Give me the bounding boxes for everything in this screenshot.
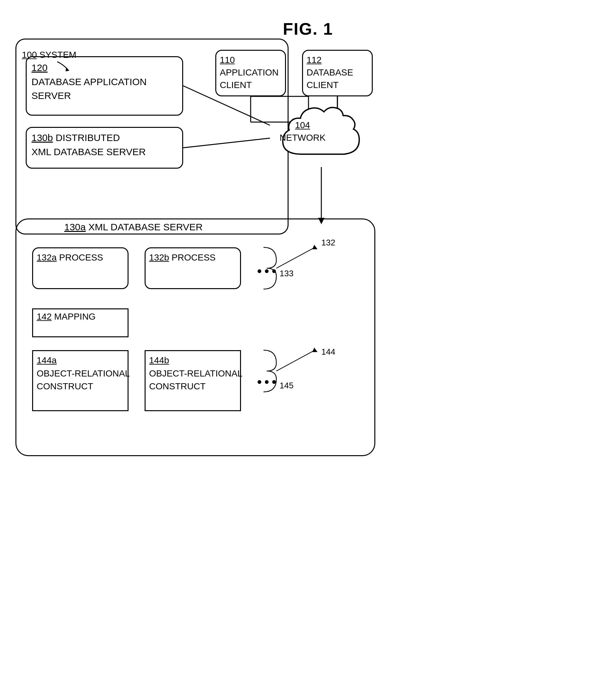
process-b-text: PROCESS — [172, 252, 215, 262]
orc-a-label: 144a OBJECT-RELATIONAL CONSTRUCT — [32, 350, 134, 397]
orc-a-ref: 144a — [37, 355, 56, 365]
mapping-text: MAPPING — [54, 312, 96, 321]
network-label: 104 NETWORK — [279, 119, 326, 144]
process-b-label: 132b PROCESS — [145, 247, 220, 267]
brace-144-ref: 144 — [321, 347, 335, 357]
ac-label: 110 APPLICATION CLIENT — [215, 50, 283, 95]
das-text2: SERVER — [31, 89, 146, 103]
mapping-ref: 142 — [37, 312, 52, 321]
process-a-ref: 132a — [37, 252, 56, 262]
xml-server-text: XML DATABASE SERVER — [88, 222, 203, 232]
process-a-label: 132a PROCESS — [32, 247, 108, 267]
ac-text2: CLIENT — [220, 79, 279, 91]
page-container: FIG. 1 — [0, 0, 616, 699]
ac-text: APPLICATION — [220, 66, 279, 79]
ellipsis-133: ••• — [257, 263, 279, 279]
process-a-text: PROCESS — [59, 252, 103, 262]
network-ref: 104 — [295, 120, 310, 130]
dc-text2: CLIENT — [306, 79, 353, 91]
orc-b-ref: 144b — [149, 355, 169, 365]
figure-title: FIG. 1 — [0, 0, 616, 39]
das-ref: 120 — [31, 62, 48, 73]
xml-server-label: 130a XML DATABASE SERVER — [64, 222, 203, 233]
process-b-ref: 132b — [149, 252, 169, 262]
dc-text: DATABASE — [306, 66, 353, 79]
das-text: DATABASE APPLICATION — [31, 75, 146, 89]
dxds-label: 130b DISTRIBUTED XML DATABASE SERVER — [26, 127, 152, 162]
dxds-text2: XML DATABASE SERVER — [31, 146, 146, 157]
ac-ref: 110 — [220, 55, 235, 65]
label-145: 145 — [279, 381, 293, 391]
das-label: 120 DATABASE APPLICATION SERVER — [26, 56, 152, 107]
dxds-ref: 130b — [31, 132, 53, 143]
mapping-label: 142 MAPPING — [32, 308, 100, 325]
dxds-text: DISTRIBUTED — [56, 132, 120, 143]
orc-b-text2: CONSTRUCT — [149, 380, 242, 393]
dc-ref: 112 — [306, 55, 322, 65]
label-133: 133 — [279, 268, 293, 278]
xml-server-ref: 130a — [64, 222, 86, 232]
orc-b-text1: OBJECT-RELATIONAL — [149, 367, 242, 380]
ellipsis-145: ••• — [257, 374, 279, 390]
brace-132-ref: 132 — [321, 238, 335, 248]
orc-a-text2: CONSTRUCT — [37, 380, 130, 393]
dc-label: 112 DATABASE CLIENT — [302, 50, 358, 95]
orc-b-label: 144b OBJECT-RELATIONAL CONSTRUCT — [145, 350, 247, 397]
network-text: NETWORK — [279, 131, 326, 144]
orc-a-text1: OBJECT-RELATIONAL — [37, 367, 130, 380]
